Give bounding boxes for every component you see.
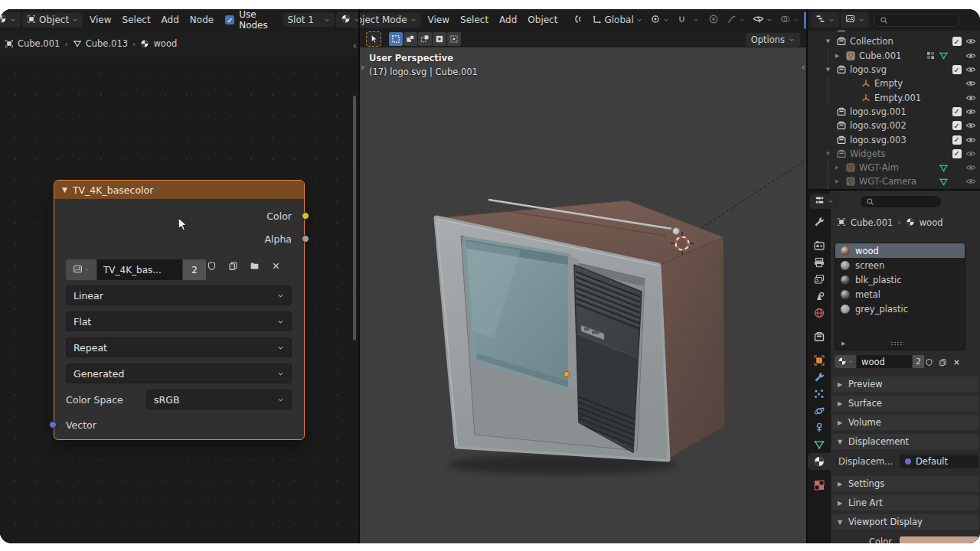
collection-exclude-checkbox[interactable]: ✓ (952, 121, 962, 130)
breadcrumb-item-cube.001[interactable]: Cube.001 (5, 38, 60, 49)
breadcrumb-object[interactable]: Cube.001 (851, 217, 893, 228)
eye-icon[interactable] (965, 135, 976, 145)
mode-dropdown[interactable]: Object (22, 13, 83, 28)
outliner-row-logo-svg-002[interactable]: logo.svg.002✓ (808, 119, 980, 132)
outliner-row-wgt-camera[interactable]: ▶WGT-Camera (808, 174, 980, 188)
properties-search-input[interactable] (860, 195, 942, 208)
tab-constraints-properties[interactable] (808, 419, 831, 436)
material-shield-button[interactable] (925, 355, 938, 368)
eye-icon[interactable] (965, 106, 976, 117)
breadcrumb-collapse-icon[interactable]: ‹ (353, 40, 357, 51)
outliner-row-collection[interactable]: ▼Collection✓ (808, 34, 980, 48)
collection-exclude-checkbox[interactable]: ✓ (952, 65, 962, 74)
image-copy-button[interactable] (228, 259, 249, 280)
snap-target-dropdown[interactable] (693, 17, 699, 23)
select-mode-extend[interactable] (403, 32, 417, 46)
options-dropdown[interactable]: Options (746, 33, 800, 47)
tab-collection-properties[interactable] (808, 328, 831, 345)
color-output-socket[interactable] (302, 212, 309, 220)
material-slot-grey_plastic[interactable]: grey_plastic (835, 302, 965, 316)
tab-particles-properties[interactable] (808, 386, 831, 403)
select-mode-invert[interactable] (433, 32, 446, 46)
collection-exclude-checkbox[interactable]: ✓ (952, 37, 962, 46)
outliner-row-logo-svg[interactable]: ▼logo.svg✓ (808, 63, 980, 77)
disclosure-right-icon[interactable]: ▶ (832, 53, 842, 59)
collection-exclude-checkbox[interactable]: ✓ (952, 107, 962, 116)
panel-displacement[interactable]: ▼Displacement (832, 434, 978, 449)
material-slot-screen[interactable]: screen (835, 258, 965, 272)
collection-exclude-checkbox[interactable]: ✓ (952, 135, 962, 145)
tab-view-layer-properties[interactable] (808, 271, 831, 288)
transform-orientation-dropdown[interactable]: Global (589, 11, 645, 29)
node-dropdown-generated[interactable]: Generated (66, 364, 292, 383)
material-copy-button[interactable] (939, 355, 952, 368)
pivot-point-dropdown[interactable] (570, 11, 587, 29)
panel-surface[interactable]: ▶Surface (832, 396, 978, 411)
disclosure-right-icon[interactable]: ▶ (832, 178, 842, 184)
editor-type-button[interactable] (0, 12, 21, 28)
menu-view[interactable]: View (84, 13, 116, 27)
tab-material-properties[interactable] (808, 453, 831, 470)
tab-modifiers-properties[interactable] (808, 369, 831, 386)
node-header[interactable]: ▼ TV_4K_basecolor (54, 181, 304, 199)
image-browse-button[interactable] (66, 259, 96, 280)
eye-icon[interactable] (965, 162, 976, 173)
tab-world-properties[interactable] (808, 305, 831, 321)
node-collapse-icon[interactable]: ▼ (62, 186, 67, 194)
use-nodes-checkbox[interactable]: ✓ (225, 15, 234, 24)
eye-icon[interactable] (965, 120, 976, 131)
disclosure-down-icon[interactable]: ▼ (823, 67, 833, 73)
outliner-row-cube-001[interactable]: ▶Cube.001 (808, 49, 980, 63)
show-gizmo-dropdown[interactable] (750, 11, 776, 29)
properties-editor-type-button[interactable] (810, 194, 838, 209)
tweak-tool-button[interactable] (366, 31, 381, 47)
node-editor-scrollbar[interactable] (353, 96, 356, 341)
collection-exclude-checkbox[interactable]: ✓ (952, 149, 962, 158)
object-origin-point[interactable] (564, 371, 569, 377)
breadcrumb-item-cube.013[interactable]: Cube.013 (73, 38, 128, 49)
breadcrumb-material[interactable]: wood (920, 217, 943, 228)
tv-model-render[interactable] (360, 9, 808, 543)
snap-dropdown[interactable] (647, 11, 672, 29)
tab-scene-properties[interactable] (808, 288, 831, 305)
proportional-falloff-dropdown[interactable] (724, 11, 748, 29)
menu-object[interactable]: Object (522, 13, 563, 27)
eye-icon[interactable] (965, 176, 976, 187)
tab-texture-properties[interactable] (808, 477, 831, 494)
panel-volume[interactable]: ▶Volume (832, 415, 978, 430)
select-mode-subtract[interactable] (418, 32, 432, 46)
use-nodes-toggle[interactable]: ✓ Use Nodes (225, 9, 281, 31)
material-datablock-button[interactable] (336, 12, 360, 28)
outliner-display-mode-dropdown[interactable] (811, 12, 839, 28)
image-shield-button[interactable] (207, 259, 227, 280)
tab-object-properties[interactable] (808, 352, 831, 369)
outliner-row-empty[interactable]: Empty (808, 77, 980, 90)
menu-node[interactable]: Node (185, 13, 219, 27)
interaction-mode-dropdown[interactable]: Object Mode (360, 13, 421, 28)
tab-render-properties[interactable] (808, 237, 831, 254)
eye-icon[interactable] (965, 36, 976, 47)
eye-icon[interactable] (965, 64, 976, 75)
panel-line-art[interactable]: ▶Line Art (832, 495, 978, 510)
proportional-editing-toggle[interactable] (705, 11, 722, 29)
breadcrumb-item-wood[interactable]: wood (140, 38, 177, 49)
menu-select[interactable]: Select (455, 13, 494, 27)
color-space-dropdown[interactable]: sRGB (146, 390, 292, 409)
material-close-button[interactable] (952, 355, 965, 368)
eye-icon[interactable] (965, 51, 976, 61)
material-slot-wood[interactable]: wood (835, 243, 965, 258)
tab-physics-properties[interactable] (808, 403, 831, 419)
select-mode-intersect[interactable] (447, 32, 461, 46)
tab-output-properties[interactable] (808, 254, 831, 271)
alpha-output-socket[interactable] (302, 235, 309, 243)
menu-view[interactable]: View (423, 13, 455, 27)
outliner-filter-dropdown[interactable] (841, 12, 869, 28)
material-name-field[interactable]: wood (857, 355, 912, 368)
material-slot-metal[interactable]: metal (835, 287, 965, 302)
tv-control-panel[interactable] (574, 265, 642, 452)
disclosure-down-icon[interactable]: ▼ (823, 151, 833, 157)
tab-tool-properties[interactable] (808, 214, 831, 230)
node-dropdown-repeat[interactable]: Repeat (66, 337, 292, 357)
menu-select[interactable]: Select (117, 13, 156, 27)
sidebar-expand-icon[interactable]: ‹ (802, 61, 805, 73)
